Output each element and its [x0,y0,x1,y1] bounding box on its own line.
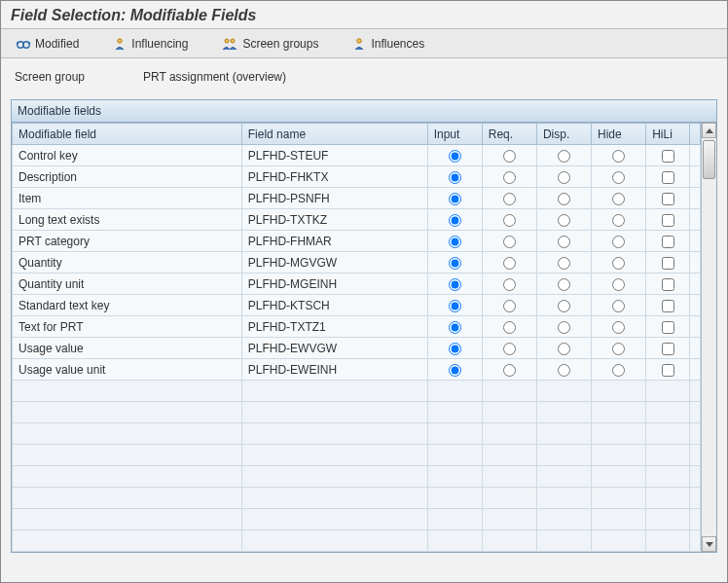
col-modifiable-field[interactable]: Modifiable field [13,124,242,145]
table-header-row: Modifiable field Field name Input Req. D… [13,124,701,145]
cell-disp [536,359,591,381]
cell-disp [536,295,591,316]
cell-hili [646,338,690,359]
scroll-thumb[interactable] [703,140,715,179]
req-radio[interactable] [503,278,516,291]
empty-cell [646,423,690,445]
hide-radio[interactable] [612,321,625,334]
input-radio[interactable] [449,321,461,334]
cell-hili [646,145,690,166]
hide-radio[interactable] [612,278,625,291]
col-hide[interactable]: Hide [592,124,646,145]
disp-radio[interactable] [558,171,570,184]
disp-radio[interactable] [558,321,570,334]
scroll-up-button[interactable] [702,123,716,138]
req-radio[interactable] [503,321,516,334]
empty-cell [482,488,536,509]
req-radio[interactable] [503,236,516,248]
req-radio[interactable] [503,171,516,184]
table-row: Usage valuePLFHD-EWVGW [13,338,701,359]
req-radio[interactable] [503,300,516,312]
hide-radio[interactable] [612,257,625,270]
disp-radio[interactable] [558,150,570,163]
glasses-icon [16,38,31,50]
input-radio[interactable] [449,278,461,291]
disp-radio[interactable] [558,236,570,248]
cell-spacer [690,359,701,381]
cell-spacer [690,209,701,231]
disp-radio[interactable] [558,300,570,312]
disp-radio[interactable] [558,257,570,270]
screen-groups-button[interactable]: Screen groups [216,34,323,54]
cell-hili [646,359,690,381]
empty-cell [427,488,482,509]
hide-radio[interactable] [612,300,625,312]
col-input[interactable]: Input [427,124,482,145]
hide-radio[interactable] [612,343,625,355]
col-disp[interactable]: Disp. [536,124,591,145]
input-radio[interactable] [449,343,461,355]
hide-radio[interactable] [612,171,625,184]
input-radio[interactable] [449,214,461,227]
empty-cell [690,423,701,445]
req-radio[interactable] [503,150,516,163]
influencing-button[interactable]: Influencing [107,34,193,54]
input-radio[interactable] [449,193,461,205]
hili-checkbox[interactable] [662,321,674,334]
input-radio[interactable] [449,171,461,184]
empty-cell [427,509,482,530]
empty-cell [592,445,646,466]
input-radio[interactable] [449,364,461,377]
input-radio[interactable] [449,300,461,312]
hide-radio[interactable] [612,236,625,248]
input-radio[interactable] [449,150,461,163]
hide-radio[interactable] [612,150,625,163]
disp-radio[interactable] [558,214,570,227]
req-radio[interactable] [503,193,516,205]
empty-cell [241,423,427,445]
col-req[interactable]: Req. [482,124,536,145]
vertical-scrollbar[interactable] [701,123,716,552]
hili-checkbox[interactable] [662,343,674,355]
cell-spacer [690,338,701,359]
cell-hili [646,252,690,273]
hili-checkbox[interactable] [662,257,674,270]
empty-cell [482,381,536,402]
cell-spacer [690,166,701,188]
req-radio[interactable] [503,257,516,270]
influences-button[interactable]: Influences [346,34,429,54]
hide-radio[interactable] [612,214,625,227]
input-radio[interactable] [449,257,461,270]
hili-checkbox[interactable] [662,236,674,248]
req-radio[interactable] [503,364,516,377]
cell-req [482,316,536,338]
hili-checkbox[interactable] [662,300,674,312]
col-hili[interactable]: HiLi [646,124,690,145]
hide-radio[interactable] [612,364,625,377]
modified-button[interactable]: Modified [11,34,84,54]
hide-radio[interactable] [612,193,625,205]
hili-checkbox[interactable] [662,150,674,163]
hili-checkbox[interactable] [662,278,674,291]
scroll-down-button[interactable] [702,536,716,552]
cell-hili [646,209,690,231]
req-radio[interactable] [503,343,516,355]
table-row: Usage value unitPLFHD-EWEINH [13,359,701,381]
empty-cell [646,381,690,402]
hili-checkbox[interactable] [662,171,674,184]
hili-checkbox[interactable] [662,193,674,205]
empty-cell [536,509,591,530]
scroll-track[interactable] [702,138,716,536]
table-row: PRT categoryPLFHD-FHMAR [13,231,701,252]
disp-radio[interactable] [558,343,570,355]
hili-checkbox[interactable] [662,364,674,377]
disp-radio[interactable] [558,278,570,291]
disp-radio[interactable] [558,364,570,377]
col-field-name[interactable]: Field name [241,124,427,145]
disp-radio[interactable] [558,193,570,205]
req-radio[interactable] [503,214,516,227]
hili-checkbox[interactable] [662,214,674,227]
influences-label: Influences [371,37,424,51]
influences-icon [351,37,367,51]
input-radio[interactable] [449,236,461,248]
